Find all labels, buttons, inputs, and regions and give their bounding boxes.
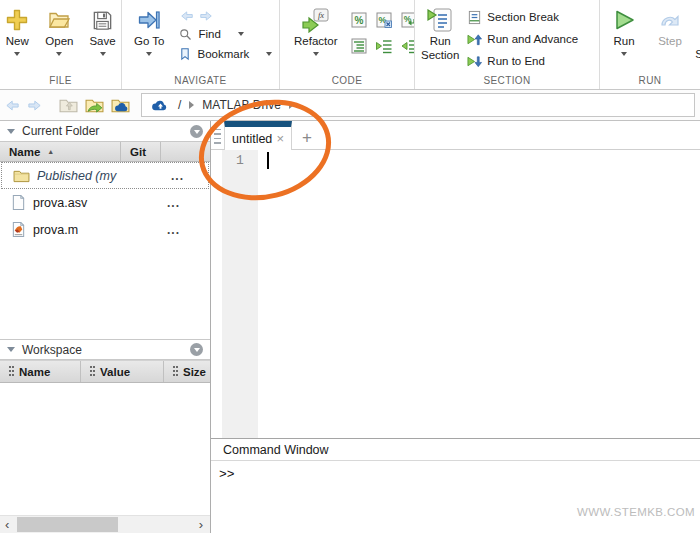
run-button[interactable]: Run [612,6,636,56]
open-button-label: Open [45,35,73,48]
panel-menu-icon[interactable] [190,125,203,138]
workspace-name-label: Name [19,366,50,378]
tab-close-icon[interactable]: × [276,131,284,146]
navigate-forward-arrow-icon[interactable] [199,9,213,23]
run-and-advance-button[interactable]: Run and Advance [467,30,578,48]
more-options-button[interactable]: ... [159,172,208,180]
column-header-git[interactable]: Git [121,142,161,161]
wrap-comments-button[interactable]: % [401,12,415,28]
code-editor[interactable]: 1 [211,150,700,438]
collapse-triangle-icon[interactable] [7,347,15,352]
open-dropdown-caret-icon[interactable] [56,52,62,56]
file-row-published[interactable]: Published (my ... [1,162,209,189]
comment-button[interactable]: % [351,12,367,28]
uncomment-button[interactable]: % [376,12,392,28]
scrollbar-thumb[interactable] [17,517,118,532]
panel-menu-icon[interactable] [190,343,203,356]
horizontal-scrollbar[interactable]: ‹ › [0,515,210,533]
workspace-column-size[interactable]: Size [164,361,210,382]
matlab-drive-folder-icon[interactable] [111,97,130,114]
smart-indent-button[interactable] [351,38,367,54]
workspace-column-value[interactable]: Value [81,361,164,382]
command-window-title[interactable]: Command Window [211,439,700,461]
save-button[interactable]: Save [89,6,115,56]
step-button[interactable]: Step [658,6,682,56]
command-prompt: >> [219,467,235,482]
more-options-button[interactable]: ... [155,199,204,207]
command-window-input-area[interactable]: >> WWW.STEMKB.COM [211,461,700,533]
section-break-icon [467,10,482,25]
workspace-column-name[interactable]: Name [0,361,81,382]
folder-up-icon[interactable] [59,97,78,114]
text-cursor [267,152,269,169]
column-git-label: Git [130,146,146,158]
browse-folder-icon[interactable] [85,97,104,114]
chevron-right-icon[interactable] [289,101,294,109]
open-button[interactable]: Open [45,6,73,56]
code-section-label: CODE [280,75,414,86]
save-dropdown-caret-icon[interactable] [100,52,106,56]
breadcrumb-matlab-drive[interactable]: MATLAB Drive [202,98,280,112]
increase-indent-button[interactable] [376,38,392,54]
left-sidebar: Current Folder Name ▲ Git Published (my [0,121,211,533]
file-name: prova.asv [33,196,117,210]
scroll-left-arrow-icon[interactable]: ‹ [5,517,9,532]
section-section-label: SECTION [415,75,599,86]
breadcrumb-root[interactable]: / [178,98,181,112]
run-play-icon [612,6,636,34]
run-to-end-label: Run to End [487,55,545,67]
find-button[interactable]: Find [178,24,272,44]
file-icon [11,194,26,211]
bookmark-icon [178,47,192,61]
chevron-right-icon[interactable] [189,101,194,109]
save-floppy-icon [91,6,114,34]
tab-untitled[interactable]: untitled × [224,121,292,150]
new-tab-button[interactable]: + [292,126,322,149]
address-breadcrumb[interactable]: / MATLAB Drive [141,93,695,117]
bookmark-dropdown-caret-icon[interactable] [266,52,272,56]
column-grip-icon[interactable] [173,366,178,377]
history-forward-arrow-icon[interactable] [27,98,42,113]
column-grip-icon[interactable] [90,366,95,377]
current-folder-header: Current Folder [0,121,210,142]
column-header-name[interactable]: Name ▲ [0,142,121,161]
navigate-back-arrow-icon[interactable] [180,9,194,23]
tabbar-grip-icon[interactable] [213,129,222,145]
goto-button[interactable]: Go To [134,6,164,64]
workspace-empty-area [0,383,210,515]
new-dropdown-caret-icon[interactable] [14,52,20,56]
ribbon-section-section: Run Section Section Break Run and [415,0,600,89]
run-and-advance-label: Run and Advance [487,33,578,45]
open-folder-icon [47,6,71,34]
matlab-file-icon [11,221,26,238]
run-to-end-button[interactable]: Run to End [467,52,578,70]
run-section-button[interactable]: Run Section [421,6,459,70]
run-dropdown-caret-icon[interactable] [621,52,627,56]
run-section-label-line1: Run [430,35,451,48]
editor-tab-bar: untitled × + [211,121,700,150]
cloud-icon [151,98,170,112]
refactor-button[interactable]: fx Refactor [294,6,337,56]
more-options-button[interactable]: ... [155,226,204,234]
refactor-dropdown-caret-icon[interactable] [313,52,319,56]
ribbon-section-file: New Open [0,0,122,89]
decrease-indent-button[interactable] [401,38,415,54]
file-row-prova-asv[interactable]: prova.asv ... [0,189,210,216]
command-window-panel: Command Window >> WWW.STEMKB.COM [211,438,700,533]
column-grip-icon[interactable] [9,366,14,377]
editor-text-area[interactable] [258,150,700,438]
main-area: Current Folder Name ▲ Git Published (my [0,121,700,533]
collapse-triangle-icon[interactable] [7,129,15,134]
section-break-button[interactable]: Section Break [467,8,578,26]
bookmark-button[interactable]: Bookmark [178,44,272,64]
scroll-right-arrow-icon[interactable]: › [199,517,203,532]
file-row-prova-m[interactable]: prova.m ... [0,216,210,243]
find-magnifier-icon [178,27,193,42]
sort-ascending-icon: ▲ [47,148,54,155]
current-folder-title: Current Folder [22,124,183,138]
column-header-extra[interactable] [161,142,210,161]
new-button[interactable]: New [5,6,29,56]
history-back-arrow-icon[interactable] [5,98,20,113]
find-dropdown-caret-icon[interactable] [238,32,244,36]
goto-dropdown-caret-icon[interactable] [146,52,152,56]
